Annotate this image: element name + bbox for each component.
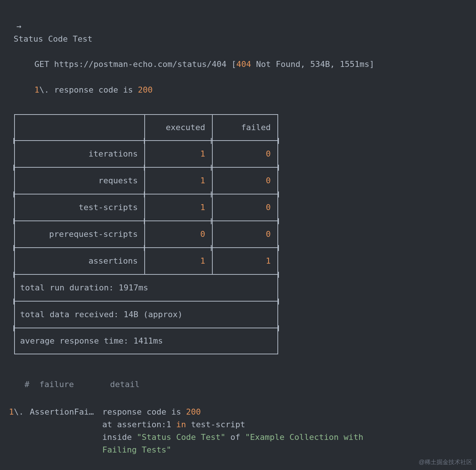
col-hash: # [25,378,39,391]
detail-string: Failing Tests" [102,445,171,454]
test-name: Status Code Test [14,34,93,44]
col-failed: failed [213,115,277,140]
detail-text: test-script [186,420,245,429]
failures-header: #failuredetail [4,378,472,391]
col-executed: executed [145,115,212,140]
detail-text: at assertion:1 [102,420,176,429]
summary-avg-time: average response time: 1411ms [14,328,278,354]
row-failed: 0 [213,168,277,194]
detail-text: of [225,432,245,442]
request-url: https://postman-echo.com/status/404 [54,59,227,69]
test-name-line: → Status Code Test [4,7,472,45]
detail-string: "Example Collection with [245,432,363,442]
row-failed: 0 [213,221,277,247]
status-code: 404 [237,59,251,69]
table-header-row: executed failed [14,114,278,140]
failure-index: 1 [9,407,14,416]
row-executed: 1 [145,194,212,220]
summary-duration: total run duration: 1917ms [14,275,278,301]
http-method: GET [35,59,49,69]
detail-string: "Status Code Test" [137,432,225,442]
detail-value: 200 [186,407,201,416]
watermark: @稀土掘金技术社区 [419,458,472,467]
arrow-icon: → [14,20,24,33]
row-label: prerequest-scripts [15,221,144,247]
assertion-value: 200 [138,85,153,94]
col-detail: detail [110,380,139,389]
failure-type: AssertionFai… [30,406,102,418]
row-executed: 1 [145,168,212,194]
assertion-line: 1\. response code is 200 [4,71,472,96]
table-row: requests 1 0 [14,168,278,194]
detail-text: inside [102,432,137,442]
row-executed: 0 [145,221,212,247]
assertion-sep: \. [39,85,54,94]
assertion-text: response code is [54,85,138,94]
failure-index-sep: \. [14,407,24,416]
detail-keyword: in [176,420,186,429]
request-line: GET https://postman-echo.com/status/404 … [4,45,472,71]
assertion-index: 1 [35,85,39,94]
row-label: assertions [15,248,144,274]
row-label: test-scripts [15,194,144,220]
results-table: executed failed iterations 1 0 requests … [14,114,278,354]
table-row: test-scripts 1 0 [14,194,278,220]
row-failed: 0 [213,141,277,167]
row-label: iterations [15,141,144,167]
summary-data: total data received: 14B (approx) [14,302,278,328]
detail-text: response code is [102,407,186,416]
failure-detail: response code is 200 at assertion:1 in t… [102,406,363,456]
table-row: prerequest-scripts 0 0 [14,221,278,247]
table-row: iterations 1 0 [14,141,278,167]
row-label: requests [15,168,144,194]
failure-row: 1\.AssertionFai… response code is 200 at… [4,406,472,456]
row-failed: 0 [213,194,277,220]
col-failure: failure [39,378,110,391]
status-meta: Not Found, 534B, 1551ms] [251,59,374,69]
row-failed: 1 [213,248,277,274]
row-executed: 1 [145,141,212,167]
status-open: [ [226,59,237,69]
table-row: assertions 1 1 [14,248,278,274]
row-executed: 1 [145,248,212,274]
